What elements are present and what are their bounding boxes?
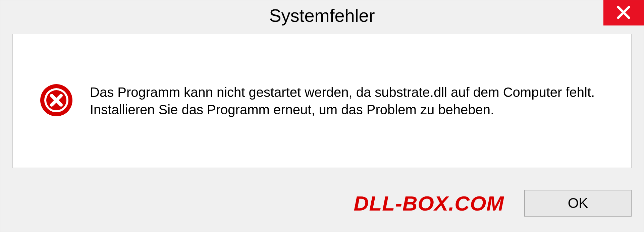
ok-button-label: OK xyxy=(568,195,588,211)
dialog-footer: DLL-BOX.COM OK xyxy=(0,175,644,232)
ok-button[interactable]: OK xyxy=(524,190,632,217)
close-button[interactable] xyxy=(603,0,644,25)
close-icon xyxy=(616,5,631,21)
error-dialog: Systemfehler Das Programm kann nicht ges… xyxy=(0,0,644,232)
content-area: Das Programm kann nicht gestartet werden… xyxy=(12,34,632,168)
error-icon xyxy=(40,83,73,118)
watermark-text: DLL-BOX.COM xyxy=(354,191,504,215)
dialog-title: Systemfehler xyxy=(269,5,375,26)
titlebar: Systemfehler xyxy=(0,0,644,31)
error-message: Das Programm kann nicht gestartet werden… xyxy=(90,83,611,118)
